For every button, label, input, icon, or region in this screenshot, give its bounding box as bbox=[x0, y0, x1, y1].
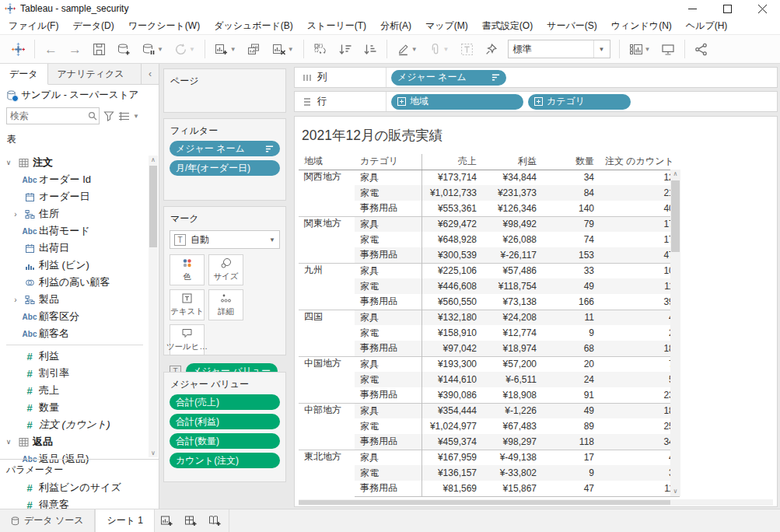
field-item[interactable]: #売上 bbox=[0, 382, 149, 399]
menu-item[interactable]: ダッシュボード(B) bbox=[207, 19, 300, 33]
search-input[interactable] bbox=[6, 107, 100, 124]
swap-rows-columns-icon[interactable] bbox=[308, 38, 333, 60]
minimize-button[interactable] bbox=[675, 0, 710, 17]
scrollbar-thumb[interactable] bbox=[149, 166, 157, 247]
value-cell[interactable]: ¥34,844 bbox=[482, 170, 542, 185]
menu-item[interactable]: マップ(M) bbox=[418, 19, 475, 33]
datasource-row[interactable]: サンプル - スーパーストア bbox=[0, 85, 159, 105]
mark-button-size[interactable]: サイズ bbox=[208, 254, 243, 285]
columns-shelf-pill[interactable]: メジャー ネーム bbox=[391, 70, 506, 86]
horizontal-scrollbar[interactable] bbox=[299, 499, 773, 506]
value-cell[interactable]: ¥390,086 bbox=[421, 387, 482, 403]
value-cell[interactable]: 84 bbox=[542, 185, 600, 201]
tab-analytics[interactable]: アナリティクス bbox=[48, 64, 142, 84]
scroll-down-icon[interactable]: ∨ bbox=[149, 449, 158, 457]
value-cell[interactable]: 18 bbox=[600, 341, 680, 356]
save-icon[interactable] bbox=[87, 38, 111, 60]
region-cell[interactable]: 四国 bbox=[299, 310, 355, 356]
measure-value-pill[interactable]: 合計(数量) bbox=[170, 433, 280, 449]
category-cell[interactable]: 事務用品 bbox=[355, 387, 421, 403]
measure-value-pill[interactable]: カウント(注文) bbox=[170, 453, 280, 468]
vertical-scrollbar[interactable]: ∧ ∨ bbox=[670, 170, 680, 496]
new-data-source-icon[interactable] bbox=[111, 38, 136, 60]
value-cell[interactable]: ¥173,714 bbox=[421, 170, 482, 185]
category-cell[interactable]: 家具 bbox=[355, 356, 421, 372]
value-cell[interactable]: 47 bbox=[600, 247, 680, 263]
category-cell[interactable]: 家具 bbox=[355, 263, 421, 278]
new-dashboard-icon[interactable] bbox=[179, 509, 203, 532]
value-cell[interactable]: ¥560,550 bbox=[421, 294, 482, 310]
value-cell[interactable]: ¥18,908 bbox=[482, 387, 542, 403]
chevron-down-icon[interactable]: ∨ bbox=[3, 159, 14, 166]
menu-item[interactable]: データ(D) bbox=[65, 19, 121, 33]
field-item[interactable]: #注文 (カウント) bbox=[0, 416, 149, 433]
value-cell[interactable]: 3 bbox=[600, 465, 680, 481]
value-cell[interactable]: 47 bbox=[542, 481, 600, 496]
value-cell[interactable]: ¥144,610 bbox=[421, 372, 482, 387]
marks-card[interactable]: マーク T 自動 ▼ 色サイズテキスト詳細ツールヒ… T メジャー バリュー bbox=[163, 206, 286, 355]
value-cell[interactable]: ¥57,486 bbox=[482, 263, 542, 278]
rows-shelf-pill[interactable]: カテゴリ bbox=[528, 94, 631, 110]
region-cell[interactable]: 中部地方 bbox=[299, 403, 355, 450]
category-cell[interactable]: 事務用品 bbox=[355, 247, 421, 263]
table-group-row[interactable]: ∨返品 bbox=[0, 433, 149, 450]
scroll-up-icon[interactable]: ∧ bbox=[149, 156, 158, 164]
value-cell[interactable]: ¥-26,117 bbox=[482, 247, 542, 263]
category-cell[interactable]: 事務用品 bbox=[355, 434, 421, 450]
tableau-logo-icon[interactable] bbox=[6, 38, 30, 60]
duplicate-sheet-icon[interactable] bbox=[242, 38, 267, 60]
category-cell[interactable]: 家電 bbox=[355, 278, 421, 294]
share-icon[interactable] bbox=[689, 38, 713, 60]
value-cell[interactable]: 118 bbox=[542, 434, 600, 450]
category-cell[interactable]: 家電 bbox=[355, 185, 421, 201]
scrollbar-thumb[interactable] bbox=[671, 180, 680, 252]
data-pane-scrollbar[interactable]: ∧ ∨ bbox=[149, 156, 158, 457]
category-cell[interactable]: 家具 bbox=[355, 450, 421, 465]
value-cell[interactable]: ¥-49,138 bbox=[482, 450, 542, 465]
menu-item[interactable]: ワークシート(W) bbox=[121, 19, 207, 33]
scroll-down-icon[interactable]: ∨ bbox=[670, 487, 680, 496]
field-item[interactable]: #割引率 bbox=[0, 365, 149, 382]
value-cell[interactable]: 34 bbox=[600, 434, 680, 450]
new-worksheet-icon[interactable]: ▼ bbox=[209, 38, 242, 60]
column-header[interactable]: カテゴリ bbox=[355, 154, 421, 170]
measure-value-pill[interactable]: 合計(利益) bbox=[170, 414, 280, 429]
value-cell[interactable]: 17 bbox=[542, 450, 600, 465]
value-cell[interactable]: 4 bbox=[600, 310, 680, 325]
value-cell[interactable]: ¥231,373 bbox=[482, 185, 542, 201]
region-cell[interactable]: 関東地方 bbox=[299, 216, 355, 263]
mark-type-dropdown[interactable]: T 自動 ▼ bbox=[170, 230, 280, 249]
region-cell[interactable]: 関西地方 bbox=[299, 170, 355, 216]
value-cell[interactable]: 9 bbox=[542, 325, 600, 341]
category-cell[interactable]: 家具 bbox=[355, 310, 421, 325]
value-cell[interactable]: ¥98,297 bbox=[482, 434, 542, 450]
value-cell[interactable]: ¥18,974 bbox=[482, 341, 542, 356]
value-cell[interactable]: 68 bbox=[542, 341, 600, 356]
value-cell[interactable]: ¥132,180 bbox=[421, 310, 482, 325]
value-cell[interactable]: 34 bbox=[542, 170, 600, 185]
value-cell[interactable]: ¥98,492 bbox=[482, 216, 542, 232]
category-cell[interactable]: 家電 bbox=[355, 372, 421, 387]
column-header[interactable]: 注文 のカウント bbox=[600, 154, 680, 170]
value-cell[interactable]: ¥167,959 bbox=[421, 450, 482, 465]
value-cell[interactable]: ¥354,444 bbox=[421, 403, 482, 418]
value-cell[interactable]: ¥446,608 bbox=[421, 278, 482, 294]
value-cell[interactable]: 49 bbox=[542, 278, 600, 294]
value-cell[interactable]: ¥126,346 bbox=[482, 201, 542, 216]
value-cell[interactable]: 89 bbox=[542, 418, 600, 434]
value-cell[interactable]: 11 bbox=[600, 278, 680, 294]
new-story-icon[interactable] bbox=[203, 509, 227, 532]
value-cell[interactable]: 7 bbox=[600, 356, 680, 372]
category-cell[interactable]: 家電 bbox=[355, 465, 421, 481]
tab-data[interactable]: データ bbox=[0, 64, 48, 85]
field-item[interactable]: Abcオーダー Id bbox=[0, 171, 149, 188]
fix-axes-icon[interactable] bbox=[479, 38, 503, 60]
value-cell[interactable]: 17 bbox=[600, 232, 680, 247]
value-cell[interactable]: ¥-33,802 bbox=[482, 465, 542, 481]
value-cell[interactable]: 20 bbox=[542, 356, 600, 372]
menu-item[interactable]: 分析(A) bbox=[373, 19, 418, 33]
menu-item[interactable]: サーバー(S) bbox=[540, 19, 604, 33]
value-cell[interactable]: ¥-6,511 bbox=[482, 372, 542, 387]
field-item[interactable]: 利益の高い顧客 bbox=[0, 274, 149, 291]
value-cell[interactable]: ¥118,754 bbox=[482, 278, 542, 294]
